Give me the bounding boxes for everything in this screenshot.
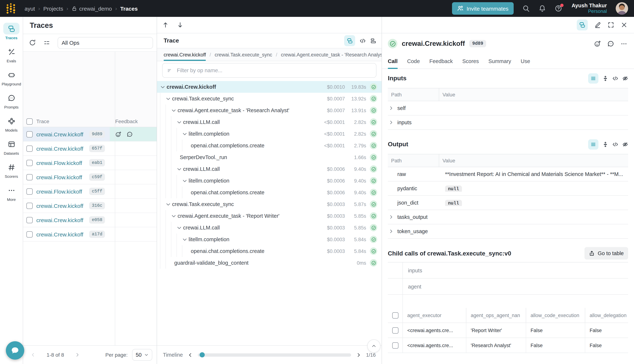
breadcrumb-org[interactable]: ayut <box>25 5 35 12</box>
chevron-right-icon[interactable] <box>389 106 394 111</box>
column-header[interactable]: agent_executor <box>403 308 466 322</box>
tree-row[interactable]: crewai.Task.execute_sync$0.000713.92s <box>157 93 382 104</box>
tab-use[interactable]: Use <box>521 54 530 68</box>
flame-view-icon[interactable] <box>370 38 377 44</box>
tab-feedback[interactable]: Feedback <box>429 54 453 68</box>
tree-row[interactable]: crewai.Task.execute_sync$0.00035.87s <box>157 198 382 210</box>
next-page-button[interactable] <box>75 352 80 358</box>
tree-row[interactable]: openai.chat.completions.create$0.00069.4… <box>157 186 382 198</box>
close-icon[interactable] <box>621 22 627 28</box>
op-filter-input[interactable] <box>176 67 372 74</box>
prev-call-button[interactable] <box>162 22 169 28</box>
expand-rows-icon[interactable] <box>602 142 608 147</box>
invite-teammates-button[interactable]: Invite teammates <box>452 2 513 15</box>
tree-view-icon[interactable] <box>344 35 355 46</box>
sidebar-item-prompts[interactable]: Prompts <box>0 89 23 112</box>
call-id-badge[interactable]: 9d89 <box>469 40 486 47</box>
chevron-down-icon[interactable] <box>165 202 171 207</box>
sidebar-item-scorers[interactable]: Scorers <box>0 158 23 182</box>
tree-row[interactable]: litellm.completion<$0.00012.82s <box>157 128 382 140</box>
hide-icon[interactable] <box>622 76 628 82</box>
row-checkbox[interactable] <box>392 327 398 334</box>
tab-code[interactable]: Code <box>407 54 420 68</box>
sidebar-item-more[interactable]: More <box>0 182 23 204</box>
tab-call[interactable]: Call <box>388 54 398 68</box>
output-row[interactable]: tasks_output <box>388 210 628 224</box>
list-view-icon[interactable] <box>588 73 598 84</box>
hide-icon[interactable] <box>622 142 628 147</box>
row-checkbox[interactable] <box>26 174 33 180</box>
refresh-button[interactable] <box>29 39 36 46</box>
tree-toggle-icon[interactable] <box>577 20 588 30</box>
add-reaction-icon[interactable] <box>115 131 121 137</box>
user-menu[interactable]: Ayush Thakur Personal <box>572 2 607 14</box>
row-checkbox[interactable] <box>392 342 398 348</box>
edit-icon[interactable] <box>594 22 601 28</box>
prev-page-button[interactable] <box>31 352 36 358</box>
table-row[interactable]: crewai.Crew.kickoff 316c <box>23 199 157 213</box>
select-all-checkbox[interactable] <box>26 118 33 124</box>
more-icon[interactable] <box>620 40 627 47</box>
sidebar-item-traces[interactable]: Traces <box>0 20 23 43</box>
table-row[interactable]: crewai.Crew.kickoff a17d <box>23 227 157 242</box>
chevron-down-icon[interactable] <box>176 119 182 125</box>
table-row[interactable]: crewai.Flow.kickoff eab1 <box>23 156 157 170</box>
code-view-icon[interactable] <box>612 76 618 82</box>
sidebar-item-playground[interactable]: Playground <box>0 66 23 89</box>
sidebar-item-models[interactable]: Models <box>0 112 23 135</box>
chevron-down-icon[interactable] <box>182 131 187 136</box>
sidebar-item-evals[interactable]: Evals <box>0 43 23 66</box>
tree-row[interactable]: guardrail-validate_blog_content0ms <box>157 257 382 269</box>
next-call-button[interactable] <box>177 22 183 28</box>
trace-crumb-tab[interactable]: crewai.Task.execute_sync <box>206 48 272 61</box>
chevron-right-icon[interactable] <box>389 214 394 220</box>
tab-scores[interactable]: Scores <box>462 54 479 68</box>
row-checkbox[interactable] <box>26 188 33 194</box>
row-checkbox[interactable] <box>26 217 33 223</box>
op-filter-field[interactable] <box>162 63 377 78</box>
expand-rows-icon[interactable] <box>602 76 608 82</box>
sidebar-item-datasets[interactable]: Datasets <box>0 135 23 158</box>
tree-row[interactable]: crewai.Agent.execute_task - 'Report Writ… <box>157 210 382 222</box>
column-header[interactable]: allow_code_execution <box>526 308 585 322</box>
expand-icon[interactable] <box>607 22 614 28</box>
chevron-down-icon[interactable] <box>171 213 176 219</box>
row-checkbox[interactable] <box>26 131 33 137</box>
table-row[interactable]: crewai.Crew.kickoff 657f <box>23 142 157 156</box>
tree-row[interactable]: crewai.LLM.call<$0.00012.82s <box>157 116 382 128</box>
timeline-slider-handle[interactable] <box>200 352 205 358</box>
tree-row[interactable]: crewai.Agent.execute_task - 'Research An… <box>157 104 382 116</box>
list-view-icon[interactable] <box>588 139 598 150</box>
chevron-down-icon[interactable] <box>176 166 182 172</box>
row-checkbox[interactable] <box>26 160 33 166</box>
ops-filter-select[interactable]: All Ops <box>58 37 153 48</box>
tree-row[interactable]: crewai.LLM.call$0.00035.85s <box>157 222 382 234</box>
trace-crumb-tab[interactable]: crewai.Agent.execute_task - 'Research An… <box>272 48 382 61</box>
table-row[interactable]: crewai.Crew.kickoff e058 <box>23 213 157 227</box>
output-row[interactable]: pydantic null <box>388 182 628 196</box>
tree-row[interactable]: openai.chat.completions.create<$0.00012.… <box>157 140 382 152</box>
collapse-panel-button[interactable] <box>367 340 381 353</box>
table-row[interactable]: crewai.Flow.kickoff c59f <box>23 170 157 184</box>
tree-row[interactable]: openai.chat.completions.create$0.00035.8… <box>157 245 382 257</box>
timeline-slider[interactable] <box>198 353 351 356</box>
chevron-right-icon[interactable] <box>389 120 394 125</box>
table-row[interactable]: crewai.Flow.kickoff c5ff <box>23 184 157 199</box>
search-icon[interactable] <box>522 5 530 12</box>
tree-row[interactable]: crewai.Crew.kickoff$0.001019.83s <box>157 81 382 93</box>
chevron-down-icon[interactable] <box>165 96 171 101</box>
timeline-prev-button[interactable] <box>188 352 193 358</box>
select-all-checkbox[interactable] <box>392 312 398 318</box>
input-row[interactable]: inputs <box>388 116 628 130</box>
chevron-right-icon[interactable] <box>389 229 394 234</box>
timeline-next-button[interactable] <box>356 352 361 358</box>
breadcrumb-projects[interactable]: Projects <box>43 5 63 12</box>
output-row[interactable]: json_dict null <box>388 196 628 210</box>
column-settings-button[interactable] <box>43 39 50 46</box>
comment-icon[interactable] <box>607 40 614 47</box>
row-checkbox[interactable] <box>26 231 33 237</box>
child-table-row[interactable]: <crewai.agents.cre... 'Report Writer' Fa… <box>388 323 628 338</box>
add-reaction-icon[interactable] <box>594 40 601 47</box>
tree-row[interactable]: crewai.LLM.call$0.00069.40s <box>157 163 382 175</box>
tab-summary[interactable]: Summary <box>488 54 511 68</box>
